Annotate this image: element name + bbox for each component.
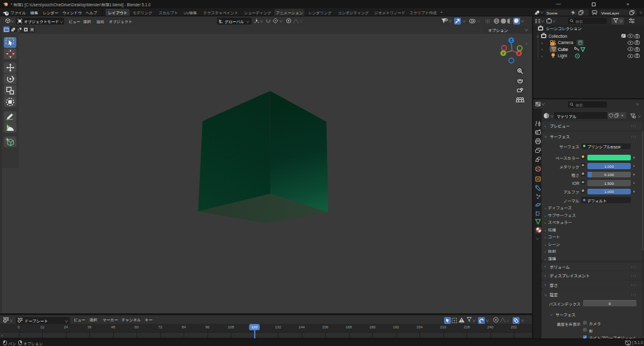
svg-text:X: X (518, 52, 520, 55)
svg-text:Y: Y (502, 52, 504, 55)
